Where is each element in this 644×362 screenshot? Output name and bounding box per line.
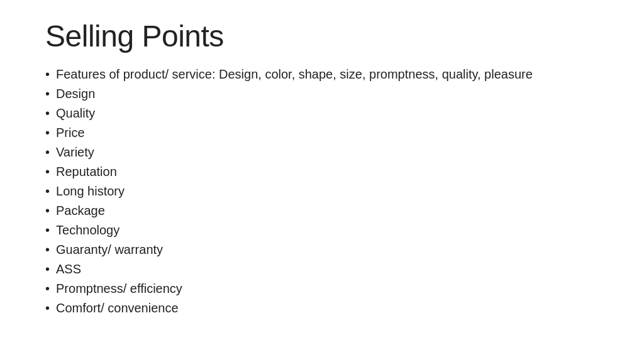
bullet-text-3: Price (56, 124, 599, 142)
bullet-item-11: Promptness/ efficiency (45, 279, 599, 299)
bullet-text-9: Guaranty/ warranty (56, 241, 599, 259)
slide-title: Selling Points (45, 19, 599, 53)
bullet-list: Features of product/ service: Design, co… (45, 65, 599, 318)
bullet-text-1: Design (56, 85, 599, 103)
slide-container: Selling Points Features of product/ serv… (0, 0, 644, 362)
bullet-text-0: Features of product/ service: Design, co… (56, 65, 599, 84)
bullet-text-6: Long history (56, 182, 599, 200)
bullet-item-5: Reputation (45, 162, 599, 182)
bullet-item-3: Price (45, 123, 599, 143)
bullet-item-7: Package (45, 201, 599, 221)
bullet-item-9: Guaranty/ warranty (45, 240, 599, 260)
bullet-text-11: Promptness/ efficiency (56, 280, 599, 298)
bullet-item-1: Design (45, 84, 599, 104)
bullet-item-12: Comfort/ convenience (45, 299, 599, 318)
bullet-item-0: Features of product/ service: Design, co… (45, 65, 599, 84)
bullet-item-4: Variety (45, 143, 599, 162)
bullet-text-12: Comfort/ convenience (56, 299, 599, 317)
bullet-text-4: Variety (56, 143, 599, 162)
bullet-text-8: Technology (56, 221, 599, 239)
bullet-text-5: Reputation (56, 163, 599, 181)
bullet-item-2: Quality (45, 104, 599, 123)
bullet-text-10: ASS (56, 260, 599, 278)
bullet-text-7: Package (56, 202, 599, 220)
bullet-item-10: ASS (45, 260, 599, 279)
bullet-text-2: Quality (56, 104, 599, 123)
bullet-item-8: Technology (45, 221, 599, 240)
bullet-item-6: Long history (45, 182, 599, 201)
